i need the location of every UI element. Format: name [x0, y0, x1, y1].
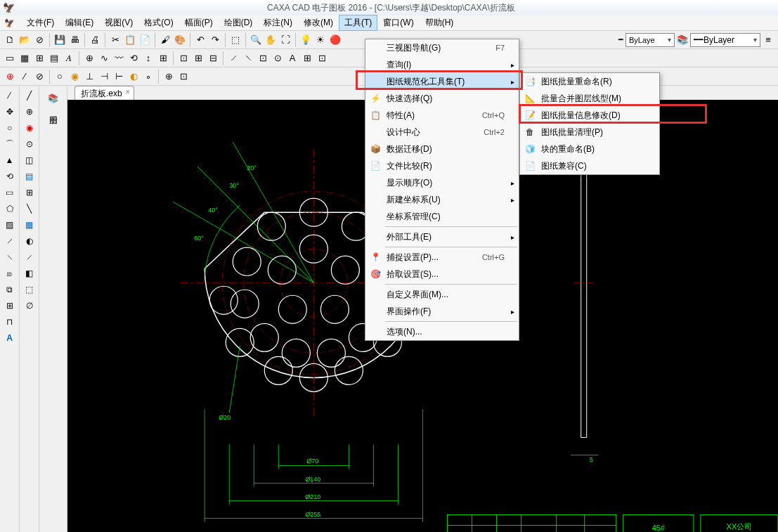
t3-5[interactable]: ◉ — [67, 70, 82, 84]
menu-item[interactable]: 坐标系管理(C) — [365, 208, 519, 225]
fullscreen-icon[interactable]: ⛶ — [278, 33, 292, 47]
t2-14[interactable]: ⊟ — [206, 51, 220, 65]
menu-窗口[interactable]: 窗口(W) — [377, 15, 419, 31]
t2-1[interactable]: ▭ — [3, 51, 17, 65]
menu-item[interactable]: 三视图导航(G)F7 — [365, 39, 519, 56]
lt2-8[interactable]: ╲ — [22, 202, 37, 216]
menu-item[interactable]: 选项(N)... — [365, 323, 519, 340]
lt2-7[interactable]: ⊞ — [22, 186, 37, 200]
menu-item[interactable]: ⚡快速选择(Q) — [365, 90, 519, 107]
submenu-item[interactable]: 📝图纸批量信息修改(D) — [520, 107, 659, 124]
menu-修改[interactable]: 修改(M) — [298, 15, 339, 31]
submenu-item[interactable]: 🧊块的重命名(B) — [520, 141, 659, 157]
t3-6[interactable]: ⊥ — [82, 70, 96, 84]
menu-item[interactable]: 📍捕捉设置(P)...Ctrl+G — [365, 249, 519, 266]
lt-poly[interactable]: ⬠ — [3, 202, 17, 216]
t2-20[interactable]: ⊞ — [300, 51, 314, 65]
lt2-6[interactable]: ▤ — [22, 169, 37, 183]
submenu-item[interactable]: 📄图纸兼容(C) — [520, 157, 659, 174]
t2-4[interactable]: ▤ — [47, 51, 61, 65]
t3-9[interactable]: ◐ — [127, 70, 141, 84]
lt-mirror[interactable]: ⧉ — [3, 283, 17, 297]
match-icon[interactable]: 🎨 — [173, 33, 187, 47]
lt2-13[interactable]: ⬚ — [22, 283, 37, 297]
lt-arc[interactable]: ⌒ — [3, 137, 17, 151]
cut-icon[interactable]: ✂ — [108, 33, 122, 47]
t2-16[interactable]: ⟍ — [241, 51, 255, 65]
lt2-5[interactable]: ◫ — [22, 153, 37, 167]
menu-文件[interactable]: 文件(F) — [21, 15, 60, 31]
menu-item[interactable]: 🎯拾取设置(S)... — [365, 266, 519, 283]
menu-标注[interactable]: 标注(N) — [258, 15, 298, 31]
t2-7[interactable]: ∿ — [97, 51, 111, 65]
print-icon[interactable]: 🖨 — [88, 33, 102, 47]
lt-circle[interactable]: ○ — [3, 121, 17, 135]
lt2-12[interactable]: ◧ — [22, 266, 37, 280]
lt-rect[interactable]: ▭ — [3, 186, 17, 200]
lt-array[interactable]: ⊞ — [3, 299, 17, 313]
lt2-3[interactable]: ◉ — [22, 121, 37, 135]
lt2-2[interactable]: ⊕ — [22, 105, 37, 119]
t2-3[interactable]: ⊞ — [32, 51, 46, 65]
pan-icon[interactable]: ✋ — [264, 33, 278, 47]
t2-17[interactable]: ⊡ — [256, 51, 270, 65]
menu-item[interactable]: 📋特性(A)Ctrl+Q — [365, 107, 519, 124]
open-icon[interactable]: 📂 — [18, 33, 32, 47]
t3-2[interactable]: ∕ — [18, 70, 32, 84]
menu-item[interactable]: 显示顺序(O)▸ — [365, 174, 519, 191]
app-menu-icon[interactable]: 🦅 — [4, 18, 15, 28]
t2-2[interactable]: ▦ — [18, 51, 32, 65]
lt2-1[interactable]: ╱ — [22, 89, 37, 103]
menu-item[interactable]: 界面操作(F)▸ — [365, 303, 519, 320]
lt2-14[interactable]: ∅ — [22, 299, 37, 313]
saveall-icon[interactable]: 🖶 — [67, 33, 82, 47]
t2-15[interactable]: ⟋ — [226, 51, 240, 65]
t2-5[interactable]: 𝐴 — [62, 51, 76, 65]
t2-21[interactable]: ⊡ — [315, 51, 329, 65]
save-icon[interactable]: 💾 — [53, 33, 67, 47]
menu-item[interactable]: 外部工具(E)▸ — [365, 228, 519, 245]
t2-13[interactable]: ⊞ — [191, 51, 205, 65]
lt-trim[interactable]: ⟋ — [3, 234, 17, 248]
menu-item[interactable]: 自定义界面(M)... — [365, 286, 519, 303]
menu-item[interactable]: 📄文件比较(R) — [365, 157, 519, 174]
panel-icon[interactable]: 📚 — [45, 90, 62, 107]
lt-hatch[interactable]: ▨ — [3, 218, 17, 232]
zoom-icon[interactable]: 🔍 — [249, 33, 263, 47]
linetype-combo[interactable]: ━━ ByLayer — [690, 33, 760, 47]
lt-move[interactable]: ✥ — [3, 105, 17, 119]
menu-帮助[interactable]: 帮助(H) — [420, 15, 460, 31]
lt-copy[interactable]: ▲ — [3, 153, 17, 167]
paste-icon[interactable]: 📄 — [138, 33, 152, 47]
lt-offset[interactable]: ⎄ — [3, 266, 17, 280]
lt-spline[interactable]: ⟲ — [3, 169, 17, 183]
sun-icon[interactable]: ☀ — [313, 33, 328, 47]
submenu-item[interactable]: 🗑图纸批量清理(P) — [520, 124, 659, 141]
linetype-mgr-icon[interactable]: ≡ — [761, 33, 775, 47]
t2-11[interactable]: ⊞ — [156, 51, 170, 65]
menu-编辑[interactable]: 编辑(E) — [60, 15, 99, 31]
t2-18[interactable]: ⊙ — [271, 51, 285, 65]
submenu-item[interactable]: 📐批量合并图层线型(M) — [520, 90, 659, 107]
t3-10[interactable]: ∘ — [141, 70, 155, 84]
copy-icon[interactable]: 📋 — [123, 33, 137, 47]
t2-9[interactable]: ⟲ — [127, 51, 141, 65]
lt-ext[interactable]: ⟍ — [3, 250, 17, 264]
lt-text[interactable]: A — [3, 331, 17, 345]
menu-item[interactable]: 查询(I)▸ — [365, 56, 519, 73]
t3-8[interactable]: ⊢ — [112, 70, 126, 84]
layer-mgr-icon[interactable]: 📚 — [675, 33, 689, 47]
t3-12[interactable]: ⊡ — [176, 70, 190, 84]
lt-fillet[interactable]: ⊓ — [3, 315, 17, 329]
submenu-item[interactable]: 📑图纸批量重命名(R) — [520, 73, 659, 90]
menu-item[interactable]: 图纸规范化工具集(T)▸ — [365, 73, 519, 90]
lt2-10[interactable]: ◐ — [22, 234, 37, 248]
light-icon[interactable]: 💡 — [299, 33, 313, 47]
t3-1[interactable]: ⊕ — [3, 70, 17, 84]
t2-6[interactable]: ⊕ — [82, 51, 96, 65]
t2-12[interactable]: ⊡ — [176, 51, 190, 65]
new-icon[interactable]: 🗋 — [3, 33, 17, 47]
brush-icon[interactable]: 🖌 — [158, 33, 172, 47]
menu-item[interactable]: 📦数据迁移(D) — [365, 141, 519, 157]
lt2-9[interactable]: ▦ — [22, 218, 37, 232]
